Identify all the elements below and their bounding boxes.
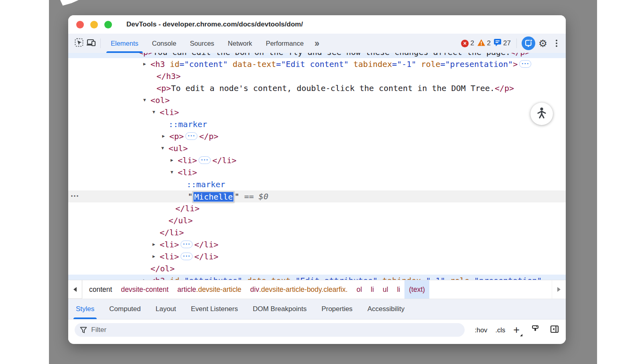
more-tabs-button[interactable]: ››	[311, 38, 322, 49]
collapse-arrow-icon[interactable]: ▼	[171, 166, 173, 178]
warning-icon	[477, 39, 486, 48]
settings-button[interactable]: ⚙	[537, 37, 549, 49]
tab-performance[interactable]: Performance	[259, 34, 310, 53]
inline-expand-icon[interactable]: •••	[519, 60, 531, 68]
tab-accessibility[interactable]: Accessibility	[367, 299, 406, 319]
toggle-sidebar-button[interactable]	[549, 324, 560, 336]
expand-arrow-icon[interactable]: ▶	[171, 154, 173, 166]
dom-node-text: </ul>	[169, 214, 193, 226]
dom-tree-row[interactable]: ::marker	[68, 178, 566, 190]
close-window-button[interactable]	[76, 21, 84, 28]
expand-arrow-icon[interactable]: ▶	[162, 130, 165, 142]
dom-tree-row[interactable]: ▶<p>•••</p>	[68, 130, 566, 142]
toolbar-divider	[516, 38, 517, 48]
tab-network[interactable]: Network	[221, 34, 259, 53]
expand-arrow-icon[interactable]: ▶	[152, 239, 155, 251]
breadcrumb-scroll-left-button[interactable]	[68, 280, 82, 299]
tab-console[interactable]: Console	[145, 34, 183, 53]
dom-tree-row[interactable]: ▼<ol>	[68, 94, 566, 106]
text-node-edit-box[interactable]: Michelle	[193, 191, 234, 202]
inline-expand-icon[interactable]: •••	[185, 132, 197, 140]
tab-properties[interactable]: Properties	[321, 299, 353, 319]
dom-node-text: </ol>	[150, 263, 175, 275]
dom-tree-row[interactable]: •••"Michelle" == $0	[68, 190, 566, 202]
element-classes-button[interactable]: .cls	[495, 326, 505, 334]
row-actions-icon[interactable]: •••	[71, 190, 79, 202]
collapse-arrow-icon[interactable]: ▼	[152, 106, 155, 118]
customize-devtools-button[interactable]	[551, 37, 562, 49]
expand-arrow-icon[interactable]: ▶	[143, 58, 146, 70]
dom-tree-row[interactable]: </li>	[68, 202, 566, 214]
breadcrumb-item[interactable]: ul	[378, 280, 393, 299]
dom-tree-row[interactable]: </ol>	[68, 263, 566, 275]
breadcrumb-item[interactable]: li	[392, 280, 404, 299]
tab-dom-breakpoints[interactable]: DOM Breakpoints	[252, 299, 307, 319]
tab-layout[interactable]: Layout	[155, 299, 177, 319]
breadcrumb-scroll-right-button[interactable]	[552, 280, 566, 299]
dom-tree-row[interactable]: ::marker	[68, 118, 566, 130]
ai-assistance-icon	[522, 36, 535, 50]
warnings-badge[interactable]: 2	[477, 39, 491, 48]
collapse-arrow-icon[interactable]: ▼	[161, 142, 164, 154]
inline-expand-icon[interactable]: •••	[199, 156, 211, 164]
tab-computed[interactable]: Computed	[108, 299, 141, 319]
rendering-emulations-button[interactable]	[530, 324, 541, 336]
dom-tree-row[interactable]: ▶<h3 id="content" data-text="Edit conten…	[68, 58, 566, 70]
errors-badge[interactable]: × 2	[461, 39, 474, 47]
inline-expand-icon[interactable]: •••	[181, 241, 193, 248]
expand-arrow-icon[interactable]: ▶	[143, 275, 146, 280]
minimize-window-button[interactable]	[90, 21, 98, 28]
error-icon: ×	[461, 40, 469, 47]
breadcrumb-item[interactable]: li	[366, 280, 378, 299]
dom-node-text: <ul>	[169, 142, 188, 154]
screenshot-stage: DevTools - developer.chrome.com/docs/dev…	[0, 0, 642, 364]
breadcrumb-item[interactable]: devsite-content	[116, 280, 173, 299]
tab-event-listeners[interactable]: Event Listeners	[190, 299, 239, 319]
toggle-element-state-button[interactable]: :hov	[475, 326, 487, 334]
settings-gear-icon: ⚙	[538, 38, 547, 49]
breadcrumb-item[interactable]: div.devsite-article-body.clearfix.	[246, 280, 352, 299]
dom-tree-row[interactable]: ▶<li>•••</li>	[68, 251, 566, 263]
filter-input[interactable]	[90, 326, 460, 334]
breadcrumb-item[interactable]: article.devsite-article	[173, 280, 246, 299]
breadcrumb-item[interactable]: ol	[352, 280, 366, 299]
new-style-rule-button[interactable]: +	[513, 325, 522, 336]
dom-tree-row[interactable]: ▶<h3 id="attributes" data-text="Edit att…	[68, 275, 566, 280]
tab-styles[interactable]: Styles	[75, 299, 95, 319]
issues-badge[interactable]: 27	[494, 38, 511, 48]
breadcrumb-item[interactable]: content	[85, 280, 116, 299]
dom-node-text: <p>You can edit the DOM on the fly and s…	[138, 53, 530, 58]
breadcrumb-item[interactable]: (text)	[404, 280, 429, 299]
dom-tree-row[interactable]: <p>To edit a node's content, double-clic…	[68, 82, 566, 94]
device-toolbar-button[interactable]	[85, 37, 97, 49]
expand-arrow-icon[interactable]: ▶	[152, 251, 155, 263]
dom-tree-row[interactable]: ▶<li>•••</li>	[68, 239, 566, 251]
selected-text: Michelle	[193, 192, 234, 202]
dom-tree-row[interactable]: <p>You can edit the DOM on the fly and s…	[68, 53, 566, 58]
dom-node-text: <li>	[160, 106, 179, 118]
dom-tree-row[interactable]: ▶<li>•••</li>	[68, 154, 566, 166]
tab-elements[interactable]: Elements	[104, 34, 145, 53]
maximize-window-button[interactable]	[104, 21, 112, 28]
inline-expand-icon[interactable]: •••	[181, 253, 193, 260]
chevron-left-icon	[73, 287, 77, 292]
tab-sources[interactable]: Sources	[183, 34, 221, 53]
dom-tree-row[interactable]: </li>	[68, 226, 566, 239]
dom-tree-row[interactable]: </h3>	[68, 70, 566, 82]
dom-node-text: </li>	[160, 226, 184, 239]
main-toolbar: ElementsConsoleSourcesNetworkPerformance…	[68, 34, 566, 53]
dom-node-text: <li>•••</li>	[178, 154, 236, 166]
styles-filter-bar: :hov .cls +	[68, 319, 566, 340]
ai-assistance-button[interactable]	[522, 37, 534, 49]
collapse-arrow-icon[interactable]: ▼	[143, 94, 146, 106]
status-badges: × 2 2	[461, 38, 511, 48]
dom-tree-row[interactable]: ▼<li>	[68, 166, 566, 178]
dom-tree-row[interactable]: ▼<li>	[68, 106, 566, 118]
window-title: DevTools - developer.chrome.com/docs/dev…	[126, 20, 303, 28]
styles-filter-field[interactable]	[75, 323, 465, 337]
panel-tabs: ElementsConsoleSourcesNetworkPerformance	[104, 34, 311, 53]
dom-tree-row[interactable]: </ul>	[68, 214, 566, 226]
dom-tree-row[interactable]: ▼<ul>	[68, 142, 566, 154]
inspect-element-button[interactable]	[73, 37, 85, 49]
kebab-menu-icon	[556, 40, 557, 41]
